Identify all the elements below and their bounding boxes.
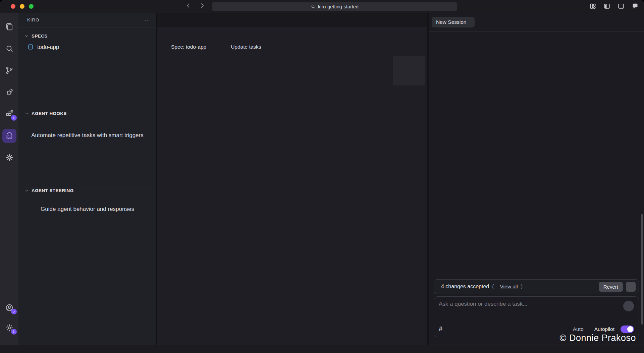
chat-scrollbar[interactable]: [641, 214, 643, 325]
sidebar-title: KIRO: [27, 17, 39, 22]
view-all-link[interactable]: View all: [500, 284, 518, 290]
revert-button[interactable]: Revert: [599, 282, 623, 292]
minimize-window-button[interactable]: [20, 4, 24, 9]
chat-bubble-icon[interactable]: [632, 3, 639, 10]
panel-bottom-icon[interactable]: [618, 3, 625, 10]
traffic-lights: [11, 4, 34, 9]
sparkle-icon: [5, 153, 14, 162]
search-icon: [311, 4, 316, 9]
editor-content[interactable]: [157, 55, 427, 345]
activity-item-source-control[interactable]: [1, 62, 17, 78]
files-icon: [5, 22, 14, 31]
breadcrumb: [157, 27, 427, 39]
window-layout-controls: [589, 3, 639, 10]
activity-item-settings[interactable]: 1: [1, 320, 17, 336]
section-description: Automate repetitive tasks with smart tri…: [30, 131, 145, 140]
git-icon: [5, 66, 14, 75]
more-actions-icon[interactable]: [144, 17, 150, 23]
spec-toolbar: Spec: todo-app Update tasks: [157, 39, 427, 55]
chevron-down-icon: [24, 34, 29, 38]
changes-text: 4 changes accepted: [441, 284, 489, 290]
back-nav-icon[interactable]: [185, 2, 192, 9]
activity-item-kiro-agent[interactable]: [1, 150, 17, 166]
send-button[interactable]: [623, 301, 634, 311]
badge: 1: [11, 115, 17, 121]
spec-label: Spec: todo-app: [168, 44, 206, 50]
chat-input-card: # Auto Autopilot: [434, 296, 639, 337]
history-nav: [185, 2, 205, 9]
activity-item-extensions[interactable]: 1: [1, 106, 17, 122]
debug-icon: [5, 88, 14, 97]
kiro-sidebar: KIRO SPECStodo-appAGENT HOOKSAutomate re…: [18, 13, 157, 345]
chat-transcript: [429, 32, 644, 279]
chevron-down-icon: [24, 111, 29, 116]
sidebar-header: KIRO: [18, 13, 156, 27]
badge: 1: [11, 329, 17, 335]
panel-left-icon[interactable]: [603, 3, 610, 10]
ghost-icon: [5, 131, 14, 140]
editor-group: Spec: todo-app Update tasks: [157, 13, 427, 345]
watermark: © Donnie Prakoso: [559, 333, 636, 343]
kiro-window: kiro-getting-started 1 1 KIRO SPECStodo-…: [0, 0, 644, 353]
autopilot-label: Autopilot: [594, 326, 614, 332]
activity-item-search[interactable]: [1, 41, 17, 57]
session-tab[interactable]: New Session: [432, 17, 475, 27]
section-header-specs[interactable]: SPECS: [24, 34, 48, 39]
chevron-down-icon: [24, 188, 29, 193]
section-header-agent-steering[interactable]: AGENT STEERING: [24, 188, 74, 193]
chat-header: New Session: [429, 13, 644, 32]
spec-file-icon: [27, 44, 34, 50]
badge: [11, 309, 17, 314]
zoom-window-button[interactable]: [29, 4, 34, 9]
context-hash-button[interactable]: #: [439, 325, 442, 333]
dismiss-changes-button[interactable]: [626, 282, 636, 292]
chat-input[interactable]: [439, 301, 623, 307]
layout-grid-icon[interactable]: [589, 3, 596, 10]
session-tab-label: New Session: [436, 19, 466, 25]
status-bar: [0, 345, 644, 353]
changes-accepted-card: 4 changes accepted ( View all ) Revert: [434, 279, 639, 294]
sidebar-item-todo-app[interactable]: todo-app: [27, 44, 59, 50]
mode-select[interactable]: Auto: [573, 326, 586, 332]
section-description: Guide agent behavior and responses: [30, 204, 145, 214]
forward-nav-icon[interactable]: [199, 2, 205, 9]
kiro-chat-panel: New Session 4 changes accepted ( View al…: [429, 13, 644, 345]
command-center-search[interactable]: kiro-getting-started: [212, 2, 457, 11]
title-bar: kiro-getting-started: [0, 0, 644, 13]
activity-item-explorer[interactable]: [1, 19, 17, 35]
update-tasks-button[interactable]: Update tasks: [228, 44, 261, 50]
close-window-button[interactable]: [11, 4, 15, 9]
activity-item-debug[interactable]: [1, 84, 17, 100]
workspace-name: kiro-getting-started: [318, 4, 359, 9]
activity-bar: 1 1: [0, 13, 18, 345]
activity-item-kiro-ghost[interactable]: [1, 128, 17, 144]
activity-item-account[interactable]: [1, 300, 17, 316]
autopilot-toggle[interactable]: [621, 326, 634, 333]
search-icon: [5, 44, 14, 53]
section-header-agent-hooks[interactable]: AGENT HOOKS: [24, 111, 67, 116]
tab-bar: [157, 13, 427, 27]
spec-name: Spec: todo-app: [171, 44, 206, 50]
